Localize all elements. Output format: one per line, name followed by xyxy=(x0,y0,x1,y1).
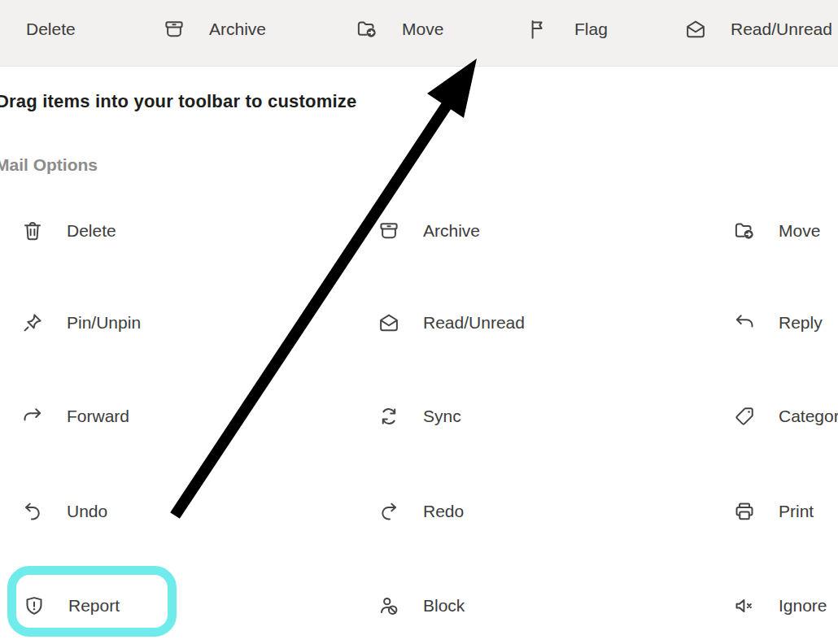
option-report[interactable]: Report xyxy=(22,590,120,621)
reply-icon xyxy=(732,311,757,335)
option-undo[interactable]: Undo xyxy=(20,496,107,527)
option-ignore[interactable]: Ignore xyxy=(732,590,827,621)
toolbar-item-archive[interactable]: Archive xyxy=(162,14,266,45)
move-folder-icon xyxy=(355,17,379,41)
option-print[interactable]: Print xyxy=(732,496,814,527)
block-user-icon xyxy=(377,594,401,618)
flag-icon xyxy=(527,17,552,41)
toolbar-item-label: Move xyxy=(402,20,443,39)
mail-options-heading: Mail Options xyxy=(0,155,98,175)
trash-icon xyxy=(0,17,3,41)
toolbar-item-label: Flag xyxy=(574,20,608,39)
sync-icon xyxy=(377,404,401,429)
option-redo[interactable]: Redo xyxy=(377,496,464,527)
option-label: Archive xyxy=(423,221,480,241)
option-label: Delete xyxy=(67,221,116,241)
envelope-icon xyxy=(377,311,401,335)
move-folder-icon xyxy=(732,219,757,243)
option-pin-unpin[interactable]: Pin/Unpin xyxy=(20,307,141,338)
print-icon xyxy=(732,499,757,524)
option-delete[interactable]: Delete xyxy=(20,215,116,246)
option-label: Read/Unread xyxy=(423,313,525,333)
archive-icon xyxy=(162,17,186,41)
toolbar-item-label: Archive xyxy=(209,20,266,39)
option-block[interactable]: Block xyxy=(377,590,465,621)
envelope-icon xyxy=(683,17,708,41)
option-label: Redo xyxy=(423,502,464,521)
toolbar-item-move[interactable]: Move xyxy=(355,14,443,45)
option-forward[interactable]: Forward xyxy=(20,401,129,432)
option-label: Ignore xyxy=(779,596,827,616)
trash-icon xyxy=(20,219,45,243)
option-label: Print xyxy=(779,502,814,521)
toolbar-item-read-unread[interactable]: Read/Unread xyxy=(683,14,832,45)
option-reply[interactable]: Reply xyxy=(732,307,823,338)
option-label: Undo xyxy=(67,502,107,521)
mail-toolbar: Delete Archive Move Flag Read/Unread xyxy=(0,0,838,67)
option-label: Pin/Unpin xyxy=(67,313,141,333)
toolbar-item-flag[interactable]: Flag xyxy=(527,14,608,45)
tag-icon xyxy=(732,404,757,429)
toolbar-item-label: Delete xyxy=(26,20,76,39)
option-label: Categorize xyxy=(779,407,838,426)
option-label: Sync xyxy=(423,407,461,426)
redo-icon xyxy=(377,499,401,524)
option-move[interactable]: Move xyxy=(732,215,820,246)
option-archive[interactable]: Archive xyxy=(377,215,480,246)
shield-alert-icon xyxy=(22,594,46,618)
option-label: Move xyxy=(779,221,820,241)
pin-icon xyxy=(20,311,45,335)
archive-icon xyxy=(377,219,401,243)
customize-instruction: Drag items into your toolbar to customiz… xyxy=(0,91,356,112)
mute-icon xyxy=(732,594,757,618)
toolbar-item-label: Read/Unread xyxy=(731,20,832,39)
option-sync[interactable]: Sync xyxy=(377,401,461,432)
option-label: Block xyxy=(423,596,465,616)
forward-icon xyxy=(20,404,45,429)
option-label: Reply xyxy=(779,313,823,333)
toolbar-item-delete[interactable]: Delete xyxy=(0,14,76,45)
undo-icon xyxy=(20,499,45,524)
option-label: Report xyxy=(68,596,120,616)
option-label: Forward xyxy=(67,407,129,426)
option-read-unread[interactable]: Read/Unread xyxy=(377,307,525,338)
option-categorize[interactable]: Categorize xyxy=(732,401,838,432)
